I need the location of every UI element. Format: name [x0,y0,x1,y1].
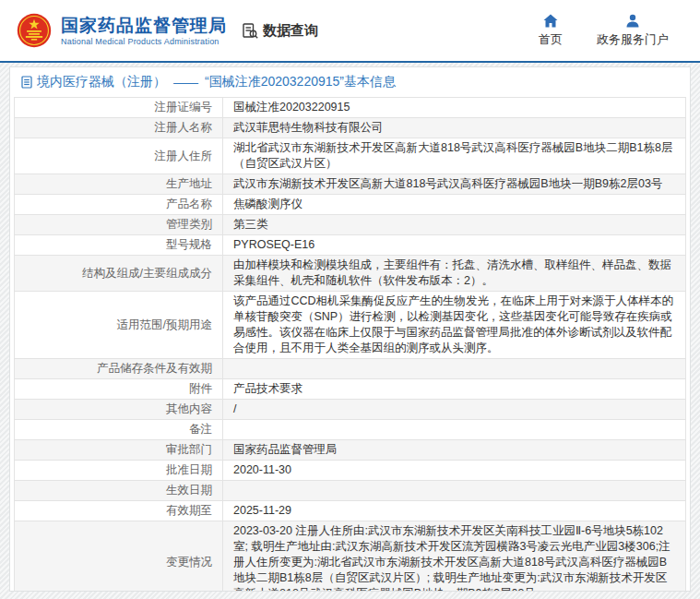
breadcrumb-separator: —— [173,75,197,90]
table-row: 其他内容 / [15,400,686,420]
field-value: 武汉市东湖新技术开发区高新大道818号武汉高科医疗器械园B地块一期B9栋2层03… [223,174,686,195]
user-icon [625,14,640,28]
field-label: 注册人名称 [15,118,223,138]
field-label: 生效日期 [15,481,223,501]
field-value: / [223,400,686,420]
table-row: 生效日期 [15,481,686,501]
table-row: 生产地址 武汉市东湖新技术开发区高新大道818号武汉高科医疗器械园B地块一期B9… [15,174,686,195]
field-label: 产品名称 [15,195,223,215]
table-row: 产品储存条件及有效期 [15,359,686,379]
page-background: 境内医疗器械（注册） —— “国械注准20203220915”基本信息 注册证编… [0,63,700,599]
field-value: 该产品通过CCD相机采集酶促反应产生的生物发光，在临床上用于对来源于人体样本的单… [223,292,686,359]
table-row: 有效期至 2025-11-29 [15,501,686,521]
table-row: 适用范围/预期用途 该产品通过CCD相机采集酶促反应产生的生物发光，在临床上用于… [15,292,686,359]
table-row: 备注 [15,420,686,440]
field-value [223,359,686,379]
field-label: 其他内容 [15,400,223,420]
field-value: 国家药品监督管理局 [223,440,686,461]
brand-logo[interactable]: 国家药品监督管理局 National Medical Products Admi… [17,13,227,48]
nav-data-query[interactable]: 数据查询 [242,22,318,40]
field-label: 结构及组成/主要组成成分 [15,256,223,292]
field-label: 生产地址 [15,174,223,195]
site-subtitle: National Medical Products Administration [61,37,227,46]
field-label: 管理类别 [15,215,223,235]
field-value: 焦磷酸测序仪 [223,195,686,215]
table-row: 变更情况 2023-03-20 注册人住所由:武汉市东湖新技术开发区关南科技工业… [15,521,686,593]
table-row: 注册人名称 武汉菲思特生物科技有限公司 [15,118,686,138]
field-value: 2023-03-20 注册人住所由:武汉市东湖新技术开发区关南科技工业园Ⅱ-6号… [223,521,686,593]
field-value: 武汉菲思特生物科技有限公司 [223,118,686,138]
document-search-icon [242,22,259,40]
field-value: 2020-11-30 [223,461,686,481]
document-icon [21,76,32,89]
nav-item-portal[interactable]: 政务服务门户 [597,14,669,48]
table-row: 注册证编号 国械注准20203220915 [15,98,686,118]
table-row: 注册人住所 湖北省武汉市东湖新技术开发区高新大道818号武汉高科医疗器械园B地块… [15,138,686,174]
table-row: 审批部门 国家药品监督管理局 [15,440,686,461]
field-value [223,420,686,440]
field-label: 产品储存条件及有效期 [15,359,223,379]
field-label: 适用范围/预期用途 [15,292,223,359]
field-value: 产品技术要求 [223,379,686,400]
table-row: 管理类别 第三类 [15,215,686,235]
registration-info-table: 注册证编号 国械注准20203220915 注册人名称 武汉菲思特生物科技有限公… [14,97,686,592]
field-label: 备注 [15,420,223,440]
field-label: 附件 [15,379,223,400]
field-label: 注册证编号 [15,98,223,118]
nav-item-label: 政务服务门户 [597,31,669,48]
site-title: 国家药品监督管理局 [61,16,227,36]
table-row: 附件 产品技术要求 [15,379,686,400]
field-value: 由加样模块和检测模块组成，主要组件有：托盘、清洗水槽、取样组件、样品盘、数据采集… [223,256,686,292]
table-row: 批准日期 2020-11-30 [15,461,686,481]
nav-item-home[interactable]: 首页 [532,14,569,48]
field-label: 注册人住所 [15,138,223,174]
field-label: 有效期至 [15,501,223,521]
field-label: 审批部门 [15,440,223,461]
home-icon [543,14,558,28]
nav-item-label: 首页 [539,31,563,48]
header-nav: 首页 政务服务门户 [532,14,682,48]
header: 国家药品监督管理局 National Medical Products Admi… [0,0,700,61]
breadcrumb-section[interactable]: 境内医疗器械（注册） [37,74,166,90]
content-card: 境内医疗器械（注册） —— “国械注准20203220915”基本信息 注册证编… [9,66,691,592]
nav-data-query-label: 数据查询 [263,22,318,40]
field-value: 湖北省武汉市东湖新技术开发区高新大道818号武汉高科医疗器械园B地块二期B1栋8… [223,138,686,174]
breadcrumb: 境内医疗器械（注册） —— “国械注准20203220915”基本信息 [10,67,690,95]
field-value: 国械注准20203220915 [223,98,686,118]
field-value: 2025-11-29 [223,501,686,521]
field-value: PYROSEQ-E16 [223,235,686,256]
national-emblem-icon [17,13,52,48]
field-value: 第三类 [223,215,686,235]
brand-text: 国家药品监督管理局 National Medical Products Admi… [61,16,227,46]
field-label: 型号规格 [15,235,223,256]
breadcrumb-title: “国械注准20203220915”基本信息 [205,74,396,90]
field-value [223,481,686,501]
field-label: 变更情况 [15,521,223,593]
table-row: 产品名称 焦磷酸测序仪 [15,195,686,215]
field-label: 批准日期 [15,461,223,481]
table-row: 结构及组成/主要组成成分 由加样模块和检测模块组成，主要组件有：托盘、清洗水槽、… [15,256,686,292]
table-row: 型号规格 PYROSEQ-E16 [15,235,686,256]
